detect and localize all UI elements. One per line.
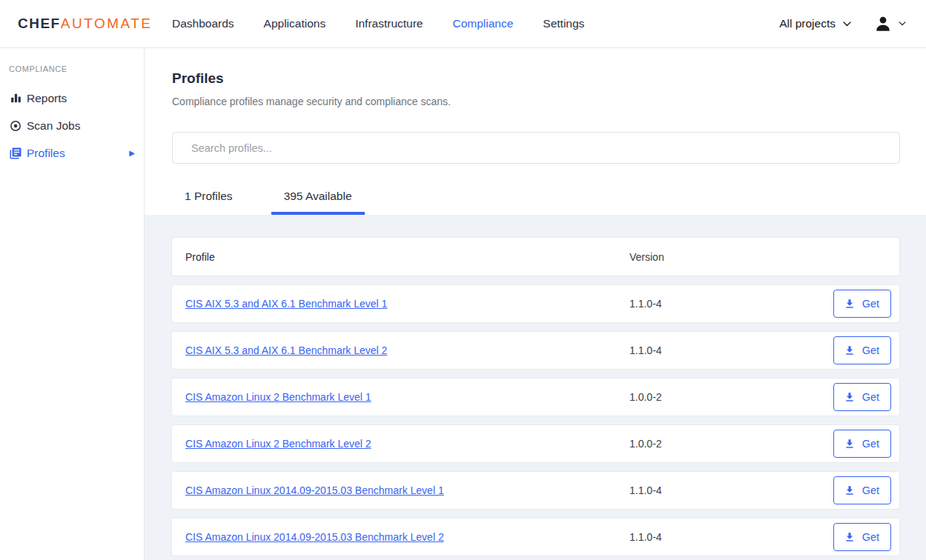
download-icon [844,484,856,496]
profile-link[interactable]: CIS Amazon Linux 2 Benchmark Level 2 [185,438,371,450]
get-button-label: Get [862,484,879,496]
download-icon [844,391,856,403]
radar-icon [9,119,22,133]
library-icon [9,147,22,160]
profile-link[interactable]: CIS Amazon Linux 2 Benchmark Level 1 [185,391,371,403]
column-header-profile: Profile [172,251,629,263]
sidebar-item-profiles[interactable]: Profiles ▶ [0,139,144,167]
get-button-label: Get [862,391,879,403]
main-nav: Dashboards Applications Infrastructure C… [172,17,584,30]
get-button[interactable]: Get [833,336,891,364]
action-cell: Get [833,290,899,318]
action-cell: Get [833,476,899,504]
logo-automate-text: AUTOMATE [61,16,153,32]
chevron-down-icon [843,21,851,27]
get-button-label: Get [862,298,879,310]
table-row: CIS AIX 5.3 and AIX 6.1 Benchmark Level … [171,331,900,370]
action-cell: Get [833,336,899,364]
version-cell: 1.1.0-4 [629,484,833,496]
action-cell: Get [833,383,899,411]
get-button[interactable]: Get [833,383,891,411]
version-cell: 1.1.0-4 [629,344,833,356]
profile-cell: CIS AIX 5.3 and AIX 6.1 Benchmark Level … [172,297,629,310]
version-cell: 1.1.0-4 [629,298,833,310]
sidebar-item-label: Profiles [27,147,65,160]
nav-item-settings[interactable]: Settings [543,17,584,30]
profiles-panel: Profile Version CIS AIX 5.3 and AIX 6.1 … [145,215,926,560]
get-button[interactable]: Get [833,290,891,318]
version-cell: 1.1.0-4 [629,531,833,543]
action-cell: Get [833,430,899,458]
get-button-label: Get [862,531,879,543]
tab-my-profiles[interactable]: 1 Profiles [172,178,245,215]
table-row: CIS Amazon Linux 2 Benchmark Level 1 1.0… [171,378,900,416]
profile-cell: CIS Amazon Linux 2 Benchmark Level 2 [172,437,629,450]
chef-automate-logo[interactable]: CHEFAUTOMATE [0,16,145,32]
profile-link[interactable]: CIS AIX 5.3 and AIX 6.1 Benchmark Level … [185,344,387,356]
page-title: Profiles [172,70,900,87]
logo-chef-text: CHEF [18,16,61,32]
download-icon [844,344,856,356]
version-cell: 1.0.0-2 [629,391,833,403]
search-input[interactable] [172,132,900,164]
download-icon [844,531,856,543]
get-button-label: Get [862,344,879,356]
profile-cell: CIS Amazon Linux 2014.09-2015.03 Benchma… [172,484,629,497]
projects-dropdown[interactable]: All projects [779,17,851,30]
tab-available-profiles[interactable]: 395 Available [271,178,365,215]
table-row: CIS Amazon Linux 2014.09-2015.03 Benchma… [171,518,900,556]
column-header-version: Version [629,251,899,263]
chevron-down-icon [899,21,907,27]
table-row: CIS AIX 5.3 and AIX 6.1 Benchmark Level … [171,284,900,323]
profiles-table: Profile Version CIS AIX 5.3 and AIX 6.1 … [171,237,900,556]
version-cell: 1.0.0-2 [629,438,833,450]
sidebar-item-label: Scan Jobs [27,119,80,133]
get-button[interactable]: Get [833,476,891,504]
profiles-tabs: 1 Profiles 395 Available [145,178,926,215]
profile-cell: CIS AIX 5.3 and AIX 6.1 Benchmark Level … [172,344,629,357]
projects-dropdown-label: All projects [779,17,836,30]
nav-item-compliance[interactable]: Compliance [452,17,513,30]
get-button-label: Get [862,438,879,450]
profile-cell: CIS Amazon Linux 2014.09-2015.03 Benchma… [172,530,629,544]
profile-cell: CIS Amazon Linux 2 Benchmark Level 1 [172,390,629,404]
sidebar-section-label: COMPLIANCE [0,64,144,73]
expand-arrow-icon[interactable]: ▶ [129,150,135,157]
get-button[interactable]: Get [833,430,891,458]
profiles-table-body: CIS AIX 5.3 and AIX 6.1 Benchmark Level … [171,284,900,556]
sidebar-item-label: Reports [27,92,67,105]
profile-link[interactable]: CIS AIX 5.3 and AIX 6.1 Benchmark Level … [185,298,387,310]
top-navigation-bar: CHEFAUTOMATE Dashboards Applications Inf… [0,0,926,48]
user-menu[interactable] [873,14,907,33]
table-header-row: Profile Version [171,237,900,276]
main-content: Profiles Compliance profiles manage secu… [145,48,926,560]
sidebar-item-scan-jobs[interactable]: Scan Jobs [0,112,144,139]
action-cell: Get [833,523,899,551]
profile-link[interactable]: CIS Amazon Linux 2014.09-2015.03 Benchma… [185,531,444,543]
nav-item-infrastructure[interactable]: Infrastructure [355,17,423,30]
get-button[interactable]: Get [833,523,891,551]
download-icon [844,298,856,310]
download-icon [844,438,856,450]
topbar-right: All projects [779,14,926,33]
nav-item-applications[interactable]: Applications [264,17,326,30]
table-row: CIS Amazon Linux 2014.09-2015.03 Benchma… [171,471,900,510]
user-avatar-icon [873,14,893,33]
page-subtitle: Compliance profiles manage security and … [172,96,900,107]
nav-item-dashboards[interactable]: Dashboards [172,17,234,30]
table-row: CIS Amazon Linux 2 Benchmark Level 2 1.0… [171,424,900,463]
profile-link[interactable]: CIS Amazon Linux 2014.09-2015.03 Benchma… [185,484,444,496]
sidebar-item-reports[interactable]: Reports [0,84,144,112]
sidebar: COMPLIANCE Reports Scan Jobs [0,48,145,560]
bar-chart-icon [9,92,22,105]
